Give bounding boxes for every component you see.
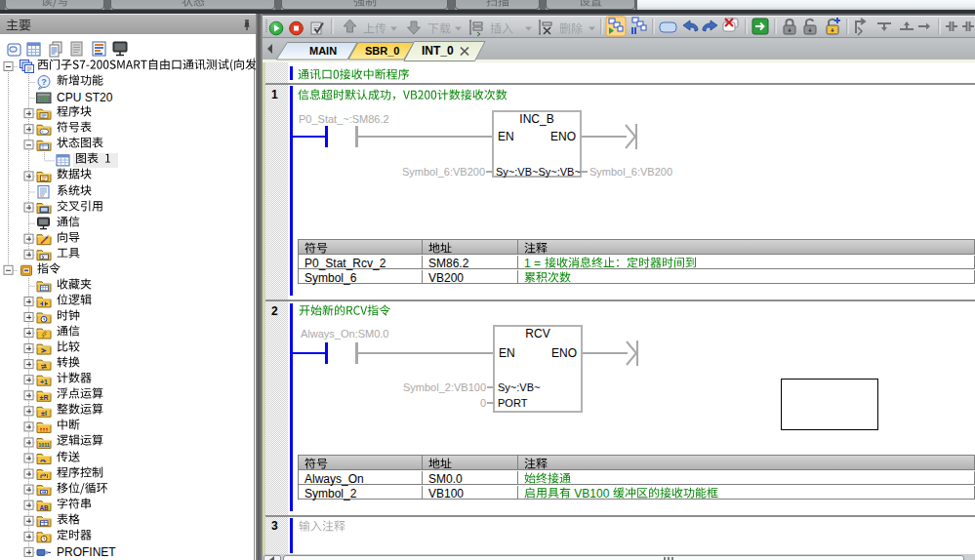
- svg-text:1011: 1011: [38, 442, 50, 448]
- svg-text:±I: ±I: [41, 410, 47, 417]
- svg-text:±R: ±R: [40, 394, 49, 401]
- svg-text:+1: +1: [40, 379, 48, 385]
- svg-text:AB: AB: [39, 504, 49, 511]
- svg-text:?: ?: [41, 77, 47, 87]
